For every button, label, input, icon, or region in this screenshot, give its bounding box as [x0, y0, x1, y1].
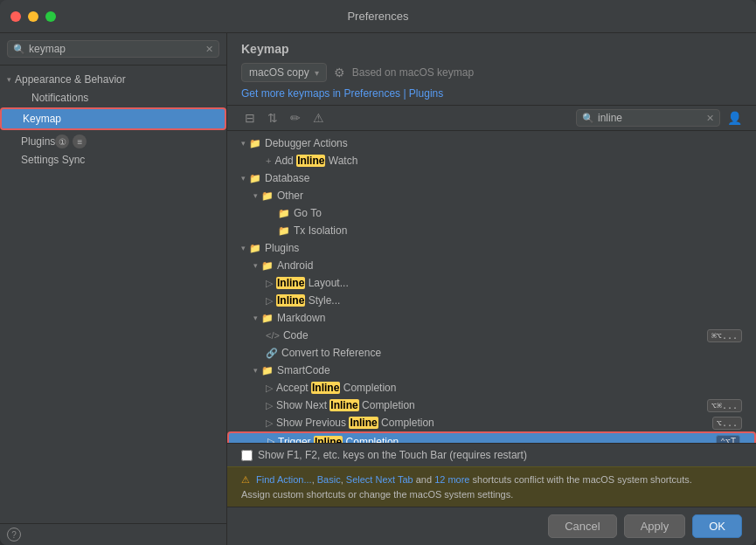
tree-label: Plugins	[265, 242, 299, 254]
right-panel-title: Keymap	[241, 42, 742, 56]
tree-node-show-next-inline[interactable]: ▷ Show Next Inline Completion ⌥⌘...	[227, 397, 756, 414]
find-action-link[interactable]: Find Action...	[256, 474, 312, 485]
keymap-dropdown[interactable]: macOS copy ▾	[241, 63, 327, 82]
tree-node-add-inline-watch[interactable]: + Add Inline Watch	[227, 152, 756, 169]
clear-search-icon[interactable]: ✕	[205, 44, 213, 55]
chevron-down-icon: ▾	[241, 139, 246, 148]
sidebar-item-settings-sync[interactable]: Settings Sync	[0, 151, 226, 169]
tree-node-show-prev-inline[interactable]: ▷ Show Previous Inline Completion ⌥...	[227, 414, 756, 431]
sidebar-search-bar: 🔍 ✕	[0, 33, 226, 66]
help-icon[interactable]: ?	[7, 528, 21, 542]
tree-node-android[interactable]: ▾ 📁 Android	[227, 257, 756, 274]
chevron-down-icon: ▾	[253, 366, 258, 375]
keymap-tree: ▾ 📁 Debugger Actions + Add Inline Watch …	[227, 131, 756, 443]
chevron-down-icon: ▾	[241, 174, 246, 183]
shortcut-badge: ⌥⌘...	[707, 399, 742, 412]
close-button[interactable]	[10, 11, 21, 22]
tree-node-code[interactable]: </> Code ⌘⌥...	[227, 327, 756, 344]
chevron-down-icon: ▾	[315, 68, 319, 78]
touchbar-checkbox[interactable]	[241, 450, 253, 461]
action-icon: ▷	[266, 383, 273, 394]
touchbar-checkbox-label: Show F1, F2, etc. keys on the Touch Bar …	[258, 449, 527, 461]
keymap-search-input[interactable]	[598, 112, 703, 124]
edit-button[interactable]: ✏	[287, 109, 304, 127]
link-icon: 🔗	[266, 348, 278, 359]
tree-label: Markdown	[277, 312, 325, 324]
tree-label: Tx Isolation	[294, 224, 347, 237]
folder-icon: 📁	[249, 173, 261, 184]
plus-icon: +	[266, 155, 271, 166]
get-keymaps-link[interactable]: Get more keymaps in Preferences | Plugin…	[241, 87, 443, 100]
folder-icon: 📁	[278, 208, 290, 219]
tree-node-trigger-inline[interactable]: ▷ Trigger Inline Completion ⌃⌥T	[227, 431, 756, 443]
right-header: Keymap macOS copy ▾ ⚙ Based on macOS key…	[227, 33, 756, 106]
cancel-button[interactable]: Cancel	[548, 514, 616, 538]
chevron-down-icon: ▾	[7, 75, 11, 84]
sidebar-tree: ▾ Appearance & Behavior Notifications Ke…	[0, 66, 226, 523]
folder-icon: 📁	[261, 190, 274, 202]
apply-button[interactable]: Apply	[624, 514, 686, 538]
minimize-button[interactable]	[28, 11, 38, 22]
window-title: Preferences	[347, 10, 408, 23]
sidebar-search-input[interactable]	[29, 43, 202, 55]
more-link[interactable]: 12 more	[434, 474, 469, 485]
toolbar-row: ⊟ ⇅ ✏ ⚠ 🔍 ✕ 👤	[227, 106, 756, 131]
tree-label: Add Inline Watch	[274, 155, 357, 167]
tree-node-goto[interactable]: 📁 Go To	[227, 204, 756, 222]
right-panel: Keymap macOS copy ▾ ⚙ Based on macOS key…	[227, 33, 756, 545]
tree-node-debugger[interactable]: ▾ 📁 Debugger Actions	[227, 135, 756, 152]
tree-node-other-db[interactable]: ▾ 📁 Other	[227, 187, 756, 204]
keymap-link-row: Get more keymaps in Preferences | Plugin…	[241, 87, 742, 100]
chevron-down-icon: ▾	[241, 244, 246, 252]
tree-node-inline-layout[interactable]: ▷ Inline Layout...	[227, 274, 756, 292]
keymap-selector-row: macOS copy ▾ ⚙ Based on macOS keymap	[241, 63, 742, 82]
filter-button[interactable]: ⊟	[241, 109, 259, 127]
search-icon: 🔍	[13, 44, 25, 55]
tree-label: Android	[277, 259, 313, 272]
filter2-button[interactable]: ⇅	[264, 109, 281, 127]
sidebar-plugins-row[interactable]: Plugins ① ≡	[0, 132, 226, 151]
tree-node-accept-inline-completion[interactable]: ▷ Accept Inline Completion	[227, 379, 756, 397]
main-content: 🔍 ✕ ▾ Appearance & Behavior Notification…	[0, 33, 756, 545]
warning-icon: ⚠	[241, 474, 250, 485]
plugins-icon2: ≡	[73, 135, 87, 148]
sidebar: 🔍 ✕ ▾ Appearance & Behavior Notification…	[0, 33, 227, 545]
tree-label: Inline Style...	[276, 294, 340, 307]
clear-search-icon[interactable]: ✕	[706, 113, 714, 124]
sidebar-plugins-label: Plugins	[21, 135, 55, 148]
action-icon: ▷	[266, 400, 273, 411]
tree-node-database[interactable]: ▾ 📁 Database	[227, 169, 756, 187]
warning-button[interactable]: ⚠	[309, 109, 328, 127]
ok-button[interactable]: OK	[692, 514, 742, 538]
gear-icon[interactable]: ⚙	[334, 66, 345, 79]
warning-text: ⚠ Find Action..., Basic, Select Next Tab…	[241, 474, 692, 500]
maximize-button[interactable]	[45, 11, 56, 22]
tree-node-markdown[interactable]: ▾ 📁 Markdown	[227, 309, 756, 327]
sidebar-group-header-appearance[interactable]: ▾ Appearance & Behavior	[0, 71, 226, 88]
sidebar-search-wrap[interactable]: 🔍 ✕	[7, 40, 219, 58]
sidebar-item-notifications[interactable]: Notifications	[0, 88, 226, 107]
tree-label: Show Next Inline Completion	[276, 399, 415, 411]
sidebar-item-keymap[interactable]: Keymap	[0, 107, 226, 130]
person-icon[interactable]: 👤	[727, 111, 742, 125]
tree-node-tx-isolation[interactable]: 📁 Tx Isolation	[227, 222, 756, 239]
sidebar-bottom: ?	[0, 523, 226, 545]
select-next-tab-link[interactable]: Select Next Tab	[346, 474, 413, 485]
tree-node-inline-style[interactable]: ▷ Inline Style...	[227, 292, 756, 309]
tree-node-plugins[interactable]: ▾ 📁 Plugins	[227, 239, 756, 257]
chevron-down-icon: ▾	[253, 261, 258, 270]
tree-node-smartcode[interactable]: ▾ 📁 SmartCode	[227, 362, 756, 379]
sidebar-item-label: Keymap	[23, 113, 61, 125]
sidebar-item-label: Settings Sync	[21, 154, 85, 166]
folder-icon: 📁	[261, 313, 274, 324]
footer: Cancel Apply OK	[227, 507, 756, 545]
tree-node-convert-to-reference[interactable]: 🔗 Convert to Reference	[227, 344, 756, 362]
sidebar-item-label: Notifications	[31, 92, 88, 104]
keymap-search-wrap[interactable]: 🔍 ✕	[576, 109, 720, 127]
shortcut-badge: ⌥...	[712, 417, 742, 430]
sidebar-group-appearance: ▾ Appearance & Behavior Notifications Ke…	[0, 69, 226, 132]
action-icon: ▷	[266, 295, 273, 307]
tree-label: SmartCode	[277, 364, 330, 376]
window-controls	[10, 11, 56, 22]
basic-link[interactable]: Basic	[317, 474, 341, 485]
